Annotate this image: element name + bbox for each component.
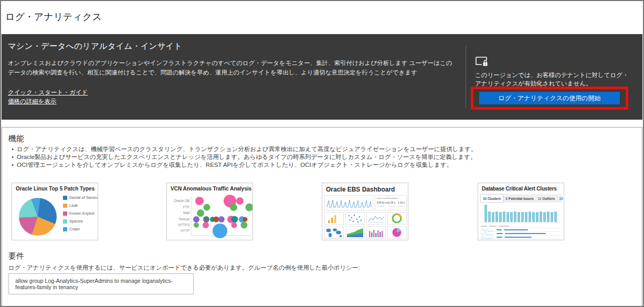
cluster-bar — [540, 211, 542, 222]
traffic-bubble — [236, 197, 244, 205]
cluster-bar — [525, 212, 527, 222]
legend-swatch — [63, 211, 67, 216]
legend-item: Crash — [63, 227, 98, 231]
ebs-dashboard-title: Oracle EBS Dashboard — [326, 186, 395, 193]
bubble-chart-title: VCN Anomalous Traffic Analysis — [171, 186, 251, 192]
ebs-stat-value: 1.25 s — [388, 202, 396, 204]
cluster-bar — [492, 212, 494, 222]
cluster-bar — [503, 211, 505, 222]
stat-chip-outliers: 11Outliers — [536, 194, 557, 203]
ebs-stat-value: 2.16 s — [398, 202, 405, 204]
quick-start-guide-link[interactable]: クイック・スタート・ガイド — [8, 89, 88, 97]
start-log-analytics-button[interactable]: ログ・アナリティクスの使用の開始 — [479, 92, 620, 104]
intro-banner: マシン・データへのリアルタイム・インサイト オンプレミスおよびクラウドのアプリケ… — [2, 34, 642, 120]
clusters-stats: 48Clusters 8Potential Issues 11Outliers … — [480, 194, 562, 203]
legend-label: Spectre — [69, 219, 83, 224]
cluster-bar — [518, 212, 520, 222]
clusters-title: Database Critical Alert Clusters — [482, 186, 557, 192]
traffic-bubble — [203, 216, 209, 223]
feature-list: ログ・アナリティクスは、機械学習ベースのクラスタリング、トランザクション分析およ… — [10, 145, 477, 169]
cluster-bar — [506, 212, 509, 222]
cluster-sparkline — [481, 239, 494, 241]
legend-swatch — [63, 196, 67, 200]
log-analytics-page: ログ・アナリティクス マシン・データへのリアルタイム・インサイト オンプレミスお… — [0, 0, 644, 307]
bubble-axis-label: FTP — [183, 205, 189, 209]
cluster-bar — [499, 212, 502, 222]
highlight-annotation: ログ・アナリティクスの使用の開始 — [471, 87, 628, 110]
requirements-description: ログ・アナリティクスを使用するには、サービスにオンボードできる必要があります。グ… — [8, 264, 360, 272]
bubble-axis-label: Oracle DB — [174, 199, 189, 203]
bubble-axis-label: Mail — [183, 211, 189, 215]
cluster-bar — [529, 211, 531, 222]
traffic-bubble — [194, 223, 199, 228]
traffic-bubble — [195, 197, 204, 205]
cluster-bar — [510, 212, 513, 222]
feature-bullet: Oracle製品およびサービスの充実したエクスペリエンスとナレッジを活用します。… — [10, 153, 477, 161]
traffic-bubble — [193, 216, 199, 223]
legend-label: Crash — [69, 227, 80, 231]
policy-box: allow group Log-Analytics-SuperAdmins to… — [8, 273, 194, 294]
traffic-bubble — [203, 222, 209, 228]
legend-item: Denial of Service — [63, 195, 98, 200]
legend-label: Denial of Service — [69, 195, 98, 200]
cluster-sparkline — [481, 228, 494, 232]
pricing-details-link[interactable]: 価格の詳細を表示 — [8, 98, 57, 105]
banner-description: オンプレミスおよびクラウドのアプリケーションやインフラストラクチャのすべてのログ… — [8, 59, 455, 78]
cluster-bar — [547, 211, 550, 222]
bubble-axis-label: Tomcat — [178, 217, 189, 221]
bubble-axis-label: HTTPS — [178, 223, 190, 227]
legend-label: Known Exploit — [69, 211, 94, 216]
cluster-bar — [488, 211, 491, 222]
traffic-bubble — [246, 204, 253, 211]
cluster-sparkline — [481, 232, 494, 236]
legend-label: Leak — [69, 203, 78, 208]
cluster-bar — [532, 212, 535, 222]
legend-swatch — [63, 227, 67, 231]
traffic-bubble — [231, 216, 238, 223]
ebs-stat-value: 678.41 ms — [377, 202, 389, 204]
pie-chart-title: Oracle Linux Top 5 Patch Types — [16, 186, 94, 192]
page-title: ログ・アナリティクス — [5, 10, 102, 23]
legend-swatch — [63, 204, 67, 208]
clusters-table-row — [481, 239, 561, 240]
legend-swatch — [63, 219, 67, 224]
banner-left: マシン・データへのリアルタイム・インサイト オンプレミスおよびクラウドのアプリケ… — [8, 41, 455, 107]
cluster-bar — [484, 205, 487, 222]
legend-item: Spectre — [63, 219, 98, 224]
banner-divider — [466, 46, 466, 109]
cluster-sparkline — [481, 236, 494, 239]
legend-item: Leak — [63, 203, 98, 208]
thumbnail-vcn-traffic: VCN Anomalous Traffic Analysis Oracle DB… — [166, 183, 253, 240]
clusters-bars — [484, 205, 561, 223]
bubble-axis-label: HTTP — [181, 229, 189, 232]
cluster-bar — [495, 211, 498, 222]
traffic-bubble — [230, 204, 237, 211]
ebs-stats-header: Page Load Breakdown — [377, 197, 398, 199]
cluster-bar — [521, 212, 524, 222]
feature-bullet: OCI管理エージェントを介してオンプレミスからログを収集したり、REST API… — [10, 161, 477, 169]
cluster-bar — [536, 212, 539, 222]
policy-text: allow group Log-Analytics-SuperAdmins to… — [15, 278, 193, 290]
feature-bullet: ログ・アナリティクスは、機械学習ベースのクラスタリング、トランザクション分析およ… — [10, 145, 477, 153]
stat-chip-trends: 15Trends — [557, 194, 564, 203]
traffic-bubble — [231, 223, 237, 228]
stat-chip-clusters: 48Clusters — [480, 194, 503, 203]
traffic-bubble — [218, 216, 225, 223]
cluster-bar — [543, 212, 546, 222]
banner-links: クイック・スタート・ガイド 価格の詳細を表示 — [8, 89, 455, 105]
ebs-mosaic: Page Load Breakdown 678.41 ms 1.25 s 2.1… — [324, 195, 407, 239]
thumbnail-alert-clusters: Database Critical Alert Clusters 48Clust… — [478, 183, 564, 240]
traffic-bubble — [241, 222, 248, 229]
content-panel: 機能 ログ・アナリティクスは、機械学習ベースのクラスタリング、トランザクション分… — [2, 127, 642, 307]
pie-graphic — [19, 198, 57, 236]
region-status-text: このリージョンでは、お客様のテナントに対してログ・アナリティクスが有効化されてい… — [475, 71, 631, 88]
traffic-bubble — [214, 217, 219, 223]
legend-item: Known Exploit — [63, 211, 98, 216]
stat-chip-potential-issues: 8Potential Issues — [503, 194, 535, 203]
pie-legend: Denial of Service Leak Known Exploit Spe… — [63, 195, 98, 235]
thumbnail-patch-types-pie: Oracle Linux Top 5 Patch Types Denial of… — [12, 183, 98, 240]
clusters-table — [481, 225, 561, 240]
thumbnail-ebs-dashboard: Oracle EBS Dashboard Page Load Breakdown… — [322, 183, 408, 240]
bubble-plot: Oracle DBFTPMailTomcatHTTPSHTTP — [167, 183, 252, 240]
features-heading: 機能 — [8, 134, 24, 144]
